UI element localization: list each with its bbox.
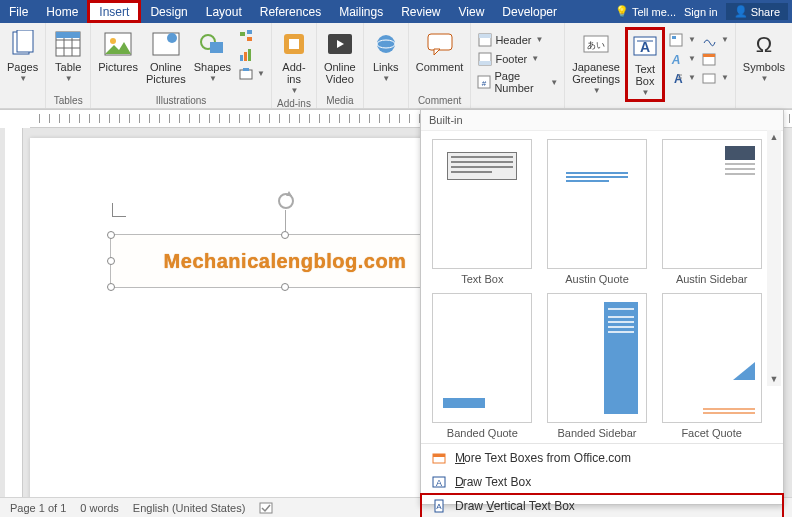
status-word-count[interactable]: 0 words: [80, 502, 119, 514]
page-number-button[interactable]: #Page Number▼: [475, 69, 560, 95]
chevron-down-icon: ▼: [688, 54, 696, 63]
scroll-down-arrow[interactable]: ▼: [767, 372, 781, 386]
gallery-item-label: Banded Sidebar: [558, 427, 637, 439]
pictures-button[interactable]: Pictures: [95, 27, 141, 75]
svg-rect-41: [670, 34, 682, 46]
tab-design[interactable]: Design: [141, 0, 196, 23]
tab-view[interactable]: View: [450, 0, 494, 23]
header-button[interactable]: Header▼: [475, 31, 560, 48]
chart-icon: [238, 47, 253, 62]
text-box-content: Mechanicalengblog.com: [164, 250, 407, 273]
online-picture-icon: [151, 29, 181, 59]
scroll-up-arrow[interactable]: ▲: [767, 130, 781, 144]
text-box-button[interactable]: A Text Box▼: [625, 27, 665, 102]
online-video-button[interactable]: Online Video: [321, 27, 359, 87]
chevron-down-icon: ▼: [65, 75, 73, 84]
table-button[interactable]: Table▼: [50, 27, 86, 86]
screenshot-button[interactable]: ▼: [236, 65, 267, 82]
symbols-button[interactable]: Ω Symbols▼: [740, 27, 788, 86]
vertical-ruler[interactable]: [5, 128, 23, 497]
ribbon-tab-bar: File Home Insert Design Layout Reference…: [0, 0, 792, 23]
group-label-links: [384, 95, 387, 108]
svg-rect-28: [428, 34, 452, 50]
resize-handle-t[interactable]: [281, 231, 289, 239]
tab-developer[interactable]: Developer: [493, 0, 566, 23]
smartart-button[interactable]: [236, 27, 267, 44]
share-button[interactable]: 👤 Share: [726, 3, 788, 20]
status-page[interactable]: Page 1 of 1: [10, 502, 66, 514]
tab-layout[interactable]: Layout: [197, 0, 251, 23]
gallery-item-banded-sidebar[interactable]: Banded Sidebar: [544, 293, 651, 439]
online-pictures-button[interactable]: Online Pictures: [143, 27, 189, 87]
pages-icon: [8, 29, 38, 59]
tab-references[interactable]: References: [251, 0, 330, 23]
footer-button[interactable]: Footer▼: [475, 50, 560, 67]
object-icon: [702, 70, 717, 85]
menu-draw-vertical-text-box[interactable]: A Draw Vertical Text Box: [421, 494, 783, 517]
gallery-item-austin-sidebar[interactable]: Austin Sidebar: [658, 139, 765, 285]
gallery-item-text-box[interactable]: Text Box: [429, 139, 536, 285]
signature-line-button[interactable]: ▼: [700, 31, 731, 48]
selected-text-box[interactable]: Mechanicalengblog.com: [110, 234, 460, 288]
quick-parts-icon: [669, 32, 684, 47]
vertical-text-box-icon: A: [431, 498, 447, 514]
text-box-icon: A: [630, 31, 660, 61]
tab-home[interactable]: Home: [37, 0, 87, 23]
svg-point-9: [110, 38, 116, 44]
svg-marker-29: [434, 49, 440, 55]
rotate-handle[interactable]: [278, 193, 294, 209]
resize-handle-bl[interactable]: [107, 283, 115, 291]
addins-button[interactable]: Add- ins▼: [276, 27, 312, 98]
group-label-pages: [21, 95, 24, 108]
svg-rect-60: [260, 503, 272, 513]
chevron-down-icon: ▼: [209, 75, 217, 84]
group-label-symbols: [763, 95, 766, 108]
svg-text:#: #: [482, 79, 487, 88]
resize-handle-tl[interactable]: [107, 231, 115, 239]
date-time-button[interactable]: [700, 50, 731, 67]
svg-rect-42: [672, 36, 676, 39]
chevron-down-icon: ▼: [721, 35, 729, 44]
gallery-scrollbar[interactable]: ▲ ▼: [767, 130, 781, 386]
tab-mailings[interactable]: Mailings: [330, 0, 392, 23]
drop-cap-button[interactable]: A▼: [667, 69, 698, 86]
sign-in-link[interactable]: Sign in: [684, 6, 718, 18]
footer-icon: [477, 51, 492, 66]
chart-button[interactable]: [236, 46, 267, 63]
menu-draw-text-box[interactable]: A Draw Text Box: [421, 470, 783, 494]
chevron-down-icon: ▼: [382, 75, 390, 84]
quick-parts-button[interactable]: ▼: [667, 31, 698, 48]
gallery-section-header: Built-in: [421, 110, 783, 131]
wordart-button[interactable]: A▼: [667, 50, 698, 67]
svg-text:A: A: [436, 478, 442, 488]
link-icon: [371, 29, 401, 59]
table-icon: [53, 29, 83, 59]
comment-button[interactable]: Comment: [413, 27, 467, 75]
shapes-button[interactable]: Shapes▼: [191, 27, 234, 86]
svg-rect-16: [247, 37, 252, 41]
symbol-icon: Ω: [749, 29, 779, 59]
tab-review[interactable]: Review: [392, 0, 449, 23]
menu-label-rest: raw Text Box: [463, 475, 531, 489]
gallery-item-facet-quote[interactable]: Facet Quote: [658, 293, 765, 439]
status-language[interactable]: English (United States): [133, 502, 246, 514]
pages-button[interactable]: Pages▼: [4, 27, 41, 86]
gallery-item-label: Banded Quote: [447, 427, 518, 439]
svg-point-11: [167, 33, 177, 43]
chevron-down-icon: ▼: [290, 87, 298, 96]
object-button[interactable]: ▼: [700, 69, 731, 86]
tab-file[interactable]: File: [0, 0, 37, 23]
margin-corner-mark: [112, 203, 126, 217]
resize-handle-l[interactable]: [107, 257, 115, 265]
menu-more-textboxes[interactable]: More Text Boxes from Office.com: [421, 446, 783, 470]
share-icon: 👤: [734, 5, 748, 18]
resize-handle-b[interactable]: [281, 283, 289, 291]
tell-me-search[interactable]: 💡 Tell me...: [615, 5, 676, 18]
links-button[interactable]: Links▼: [368, 27, 404, 86]
gallery-item-austin-quote[interactable]: Austin Quote: [544, 139, 651, 285]
status-proofing-icon[interactable]: [259, 501, 275, 515]
japanese-greetings-button[interactable]: あい Japanese Greetings▼: [569, 27, 623, 98]
svg-rect-19: [248, 49, 251, 61]
gallery-item-banded-quote[interactable]: Banded Quote: [429, 293, 536, 439]
tab-insert[interactable]: Insert: [87, 0, 141, 23]
